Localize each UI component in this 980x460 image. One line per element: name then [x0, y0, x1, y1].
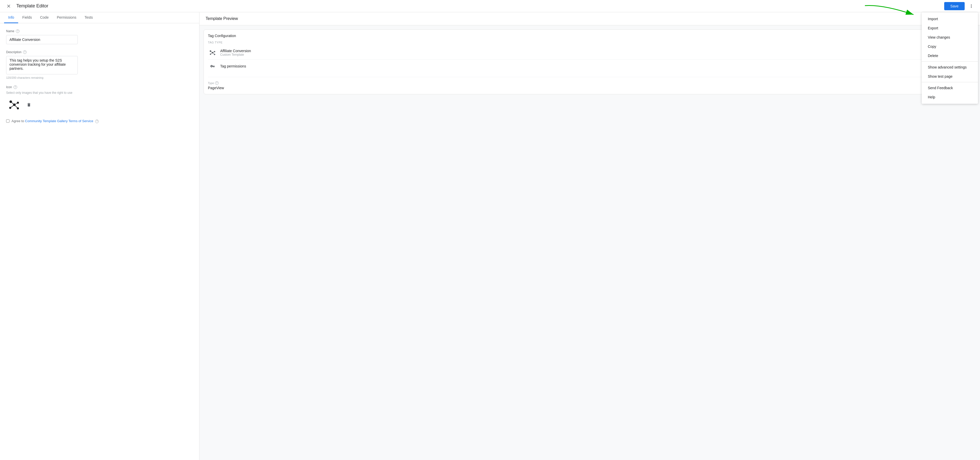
menu-item-view-changes[interactable]: View changes: [922, 33, 978, 42]
description-field: Description ? This tag helps you setup t…: [6, 50, 193, 79]
tab-info[interactable]: Info: [4, 12, 18, 23]
type-label-row: Type ?: [208, 81, 972, 85]
description-help-icon[interactable]: ?: [23, 50, 27, 54]
name-input[interactable]: [6, 35, 78, 44]
delete-icon-button[interactable]: [25, 102, 32, 108]
icon-label: Icon ?: [6, 86, 193, 89]
name-field: Name ?: [6, 29, 193, 44]
type-label: Type: [208, 81, 214, 85]
menu-item-show-advanced[interactable]: Show advanced settings: [922, 63, 978, 72]
description-label: Description ?: [6, 50, 193, 54]
agree-link[interactable]: Community Template Gallery Terms of Serv…: [25, 119, 93, 123]
more-options-button[interactable]: [967, 2, 976, 11]
left-panel: Info Fields Code Permissions Tests Name …: [0, 12, 199, 460]
tag-sub: Custom Template: [220, 53, 251, 57]
name-label: Name ?: [6, 29, 193, 33]
svg-line-16: [210, 52, 213, 54]
right-panel-header: Template Preview: [199, 12, 980, 25]
icon-preview: [6, 97, 22, 113]
tag-name: Affiliate Conversion: [220, 49, 251, 53]
type-section: Type ? PageView: [208, 77, 972, 90]
description-input[interactable]: This tag helps you setup the S2S convers…: [6, 56, 78, 75]
menu-item-import[interactable]: Import: [922, 14, 978, 24]
close-button[interactable]: [4, 2, 13, 11]
tag-config-card: Tag Configuration Tag Type: [204, 29, 976, 94]
header: Template Editor Save: [0, 0, 980, 12]
card-title: Tag Configuration: [208, 34, 972, 38]
tab-fields[interactable]: Fields: [18, 12, 36, 23]
tag-molecule-icon: [209, 49, 216, 56]
menu-item-copy[interactable]: Copy: [922, 42, 978, 51]
name-help-icon[interactable]: ?: [16, 29, 19, 33]
menu-item-export[interactable]: Export: [922, 24, 978, 33]
menu-item-help[interactable]: Help: [922, 92, 978, 102]
header-left: Template Editor: [4, 2, 944, 11]
agree-help-icon[interactable]: ?: [95, 120, 99, 123]
molecule-icon: [7, 98, 21, 112]
permissions-icon: [208, 62, 217, 71]
svg-line-7: [10, 105, 14, 108]
tag-type-row: Affiliate Conversion Custom Template: [208, 46, 972, 60]
icon-area: [6, 97, 193, 113]
icon-field: Icon ? Select only images that you have …: [6, 86, 193, 113]
type-value: PageView: [208, 86, 972, 90]
dropdown-menu: Import Export View changes Copy Delete S…: [922, 12, 978, 104]
char-count: 120/200 characters remaining: [6, 76, 193, 79]
tab-permissions[interactable]: Permissions: [52, 12, 80, 23]
tab-code[interactable]: Code: [36, 12, 52, 23]
menu-divider: [922, 61, 978, 62]
icon-sublabel: Select only images that you have the rig…: [6, 91, 193, 95]
right-panel-content: Tag Configuration Tag Type: [199, 25, 980, 460]
save-button[interactable]: Save: [944, 2, 965, 10]
menu-item-delete[interactable]: Delete: [922, 51, 978, 60]
agree-text: Agree to Community Template Gallery Term…: [11, 119, 99, 123]
menu-item-send-feedback[interactable]: Send Feedback: [922, 83, 978, 92]
main-layout: Info Fields Code Permissions Tests Name …: [0, 12, 980, 460]
tabs: Info Fields Code Permissions Tests: [0, 12, 199, 23]
svg-line-17: [213, 52, 215, 54]
right-panel: Template Preview Tag Configuration Tag T…: [199, 12, 980, 460]
icon-help-icon[interactable]: ?: [14, 86, 17, 89]
svg-line-5: [11, 102, 14, 105]
header-title: Template Editor: [16, 3, 48, 9]
header-right: Save: [944, 2, 976, 11]
tag-info: Affiliate Conversion Custom Template: [220, 49, 251, 57]
menu-item-show-test-page[interactable]: Show test page: [922, 72, 978, 81]
tag-icon-circle: [208, 48, 217, 57]
agree-checkbox[interactable]: [6, 119, 10, 123]
left-content: Name ? Description ? This tag helps you …: [0, 23, 199, 460]
tab-tests[interactable]: Tests: [80, 12, 97, 23]
svg-line-14: [210, 51, 213, 52]
tag-permissions-label: Tag permissions: [220, 64, 246, 68]
svg-line-8: [14, 105, 18, 108]
agree-row: Agree to Community Template Gallery Term…: [6, 119, 193, 123]
tag-type-section-label: Tag Type: [208, 41, 972, 44]
tag-permissions-row: Tag permissions: [208, 60, 972, 73]
type-help-icon[interactable]: ?: [215, 81, 219, 85]
